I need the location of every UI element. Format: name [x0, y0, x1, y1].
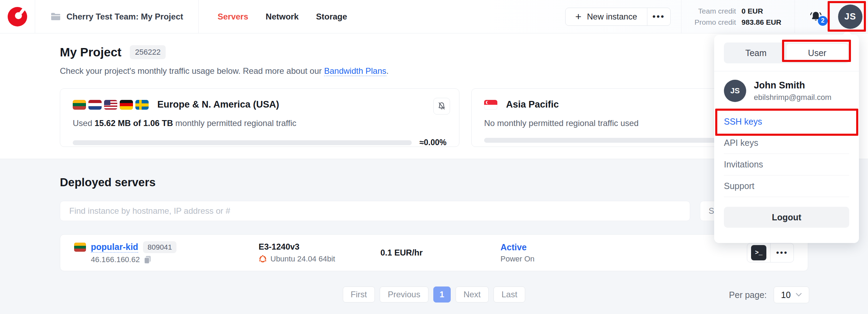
- nav-servers[interactable]: Servers: [218, 12, 248, 22]
- server-row: popular-kid 809041 46.166.160.62 E3-1240…: [60, 234, 808, 271]
- project-title-row: My Project 256222: [60, 45, 808, 59]
- promo-credit-label: Promo credit: [695, 18, 736, 26]
- server-status-cell: Active Power On: [500, 242, 747, 264]
- logout-button[interactable]: Logout: [724, 207, 849, 228]
- pagination-next-button[interactable]: Next: [456, 286, 489, 303]
- app-screen: Cherry Test Team: My Project Servers Net…: [0, 0, 868, 314]
- team-credit-value: 0 EUR: [742, 7, 781, 15]
- top-bar: Cherry Test Team: My Project Servers Net…: [0, 0, 868, 33]
- cherry-logo-icon: [8, 7, 27, 26]
- search-row: Search: [60, 201, 808, 221]
- server-hostname-link[interactable]: popular-kid: [91, 242, 138, 253]
- breadcrumb-label: Cherry Test Team: My Project: [66, 12, 183, 22]
- pagination-first-button[interactable]: First: [343, 286, 375, 303]
- usage-suffix: monthly permitted regional traffic: [173, 118, 296, 128]
- new-instance-label: New instance: [587, 12, 637, 22]
- sweden-flag-icon: [135, 100, 149, 110]
- lithuania-flag-icon: [74, 243, 86, 252]
- user-menu-items: SSH keys API keys Invitations Support: [724, 111, 849, 197]
- team-credit-label: Team credit: [695, 7, 736, 15]
- server-actions-group: >_ •••: [747, 243, 794, 262]
- server-os: Ubuntu 24.04 64bit: [270, 254, 335, 264]
- per-page-value: 10: [781, 290, 791, 300]
- pagination-page-1-button[interactable]: 1: [433, 286, 451, 303]
- server-specs-cell: E3-1240v3 Ubuntu 24.04 64bit: [259, 242, 380, 264]
- region-title: Asia Pacific: [506, 99, 559, 110]
- server-name-row: popular-kid 809041: [74, 241, 259, 253]
- menu-item-api-keys[interactable]: API keys: [724, 132, 849, 154]
- project-id-badge: 256222: [130, 45, 166, 59]
- user-info-row: JS John Smith ebilshrimp@gmail.com: [724, 80, 849, 102]
- server-os-row: Ubuntu 24.04 64bit: [259, 254, 380, 264]
- header-divider: [681, 0, 681, 33]
- region-title: Europe & N. America (USA): [157, 99, 279, 110]
- usage-prefix: Used: [73, 118, 95, 128]
- server-power-state: Power On: [500, 254, 747, 264]
- pagination-last-button[interactable]: Last: [494, 286, 525, 303]
- plus-icon: +: [575, 11, 582, 22]
- traffic-cards-row: Europe & N. America (USA) Used 15.62 MB …: [60, 88, 808, 147]
- server-more-button[interactable]: •••: [771, 243, 794, 262]
- server-plan: E3-1240v3: [259, 242, 380, 252]
- main-nav: Servers Network Storage: [218, 12, 347, 22]
- notification-count-badge: 2: [818, 16, 828, 26]
- lithuania-flag-icon: [73, 100, 86, 110]
- subtitle-period: .: [386, 66, 389, 76]
- bell-off-icon: [437, 102, 446, 111]
- server-ip: 46.166.160.62: [91, 255, 140, 264]
- credits-block: Team credit 0 EUR Promo credit 983.86 EU…: [695, 7, 781, 26]
- search-input[interactable]: [60, 201, 690, 221]
- menu-item-ssh-keys[interactable]: SSH keys: [724, 111, 849, 132]
- server-status-link[interactable]: Active: [500, 242, 747, 252]
- avatar: JS: [724, 80, 746, 102]
- server-ip-row: 46.166.160.62: [74, 255, 259, 264]
- user-avatar-button[interactable]: JS: [838, 5, 862, 29]
- subtitle-text: Check your project's monthly traffic usa…: [60, 66, 324, 76]
- per-page-control: Per page: 10: [729, 286, 809, 303]
- server-price-cell: 0.1 EUR/hr: [380, 248, 500, 258]
- project-subtitle: Check your project's monthly traffic usa…: [60, 66, 808, 76]
- user-dropdown-menu: Team User JS John Smith ebilshrimp@gmail…: [714, 35, 859, 243]
- usage-amount: 15.62 MB of 1.06 TB: [95, 118, 173, 128]
- user-menu-tabs: Team User: [724, 42, 849, 63]
- pagination: First Previous 1 Next Last Per page: 10: [60, 286, 808, 303]
- per-page-select[interactable]: 10: [774, 286, 809, 303]
- menu-item-invitations[interactable]: Invitations: [724, 154, 849, 175]
- progress-percent: ≈0.00%: [419, 138, 447, 147]
- menu-item-support[interactable]: Support: [724, 175, 849, 197]
- traffic-card-europe: Europe & N. America (USA) Used 15.62 MB …: [60, 88, 459, 147]
- folder-icon: [50, 13, 61, 21]
- nav-network[interactable]: Network: [266, 12, 299, 22]
- new-instance-button[interactable]: + New instance: [566, 8, 647, 25]
- user-email: ebilshrimp@gmail.com: [754, 93, 831, 102]
- mute-notifications-button[interactable]: [433, 98, 450, 115]
- nav-storage[interactable]: Storage: [316, 12, 347, 22]
- notifications-button[interactable]: 2: [809, 10, 823, 24]
- header-divider: [795, 0, 795, 33]
- menu-divider: [724, 197, 849, 197]
- instance-more-button[interactable]: •••: [647, 8, 670, 25]
- tab-user[interactable]: User: [787, 44, 848, 62]
- user-identity: John Smith ebilshrimp@gmail.com: [754, 80, 831, 102]
- open-console-button[interactable]: >_: [747, 243, 770, 262]
- bandwidth-plans-link[interactable]: Bandwidth Plans: [324, 66, 386, 76]
- per-page-label: Per page:: [729, 290, 767, 300]
- menu-divider: [714, 71, 859, 71]
- germany-flag-icon: [120, 100, 133, 110]
- singapore-flag-icon: [484, 100, 497, 110]
- copy-icon[interactable]: [143, 255, 152, 264]
- breadcrumb[interactable]: Cherry Test Team: My Project: [35, 0, 199, 33]
- server-identity-cell: popular-kid 809041 46.166.160.62: [74, 241, 259, 264]
- server-price: 0.1 EUR/hr: [380, 248, 423, 257]
- ubuntu-icon: [259, 255, 267, 263]
- new-instance-group: + New instance •••: [565, 8, 671, 26]
- logo-cell[interactable]: [0, 0, 35, 33]
- region-flags-row: Europe & N. America (USA): [73, 99, 447, 110]
- ellipsis-icon: •••: [776, 248, 788, 258]
- promo-credit-value: 983.86 EUR: [742, 18, 781, 26]
- tab-team[interactable]: Team: [725, 44, 787, 62]
- server-id-badge: 809041: [143, 241, 176, 253]
- ellipsis-icon: •••: [652, 11, 665, 22]
- usage-text: Used 15.62 MB of 1.06 TB monthly permitt…: [73, 118, 447, 128]
- pagination-previous-button[interactable]: Previous: [380, 286, 428, 303]
